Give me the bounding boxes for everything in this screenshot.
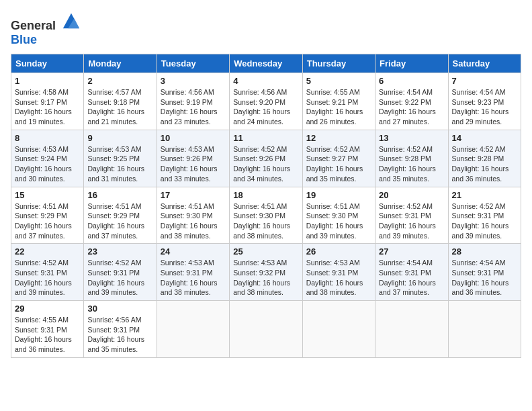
day-number: 23: [87, 246, 152, 257]
day-info: Sunrise: 4:51 AMSunset: 9:30 PMDaylight:…: [161, 201, 226, 241]
day-info: Sunrise: 4:52 AMSunset: 9:28 PMDaylight:…: [452, 144, 517, 184]
calendar-cell: 6Sunrise: 4:54 AMSunset: 9:22 PMDaylight…: [375, 73, 448, 130]
calendar-cell: 4Sunrise: 4:56 AMSunset: 9:20 PMDaylight…: [230, 73, 302, 130]
day-number: 15: [15, 190, 80, 200]
logo-icon: [62, 11, 81, 30]
day-info: Sunrise: 4:54 AMSunset: 9:31 PMDaylight:…: [452, 258, 517, 298]
day-number: 10: [161, 133, 226, 143]
day-header-wednesday: Wednesday: [230, 54, 302, 73]
calendar-cell: 5Sunrise: 4:55 AMSunset: 9:21 PMDaylight…: [302, 73, 375, 130]
day-info: Sunrise: 4:52 AMSunset: 9:31 PMDaylight:…: [452, 201, 517, 241]
logo-blue: Blue: [11, 33, 37, 46]
day-info: Sunrise: 4:54 AMSunset: 9:23 PMDaylight:…: [452, 87, 517, 127]
day-number: 8: [15, 133, 80, 143]
day-number: 1: [15, 76, 80, 86]
calendar-cell: [302, 301, 375, 358]
day-number: 24: [161, 246, 226, 257]
day-number: 6: [379, 76, 444, 86]
header: General Blue: [11, 11, 521, 47]
day-number: 2: [87, 76, 152, 86]
calendar-cell: 29Sunrise: 4:55 AMSunset: 9:31 PMDayligh…: [11, 301, 84, 358]
calendar-cell: 14Sunrise: 4:52 AMSunset: 9:28 PMDayligh…: [448, 130, 521, 187]
calendar-cell: 26Sunrise: 4:53 AMSunset: 9:31 PMDayligh…: [302, 244, 375, 301]
calendar-cell: 9Sunrise: 4:53 AMSunset: 9:25 PMDaylight…: [84, 130, 157, 187]
calendar-cell: [157, 301, 229, 358]
day-info: Sunrise: 4:51 AMSunset: 9:29 PMDaylight:…: [15, 201, 80, 241]
day-number: 20: [379, 190, 444, 200]
day-info: Sunrise: 4:53 AMSunset: 9:25 PMDaylight:…: [87, 144, 152, 184]
calendar-week-row: 15Sunrise: 4:51 AMSunset: 9:29 PMDayligh…: [11, 187, 521, 244]
day-info: Sunrise: 4:51 AMSunset: 9:29 PMDaylight:…: [87, 201, 152, 241]
calendar-week-row: 29Sunrise: 4:55 AMSunset: 9:31 PMDayligh…: [11, 301, 521, 358]
calendar-cell: 13Sunrise: 4:52 AMSunset: 9:28 PMDayligh…: [375, 130, 448, 187]
day-number: 9: [87, 133, 152, 143]
calendar-cell: 28Sunrise: 4:54 AMSunset: 9:31 PMDayligh…: [448, 244, 521, 301]
calendar-cell: [230, 301, 302, 358]
calendar-cell: [375, 301, 448, 358]
day-number: 27: [379, 246, 444, 257]
calendar-cell: 7Sunrise: 4:54 AMSunset: 9:23 PMDaylight…: [448, 73, 521, 130]
calendar-cell: 19Sunrise: 4:51 AMSunset: 9:30 PMDayligh…: [302, 187, 375, 244]
day-info: Sunrise: 4:52 AMSunset: 9:31 PMDaylight:…: [379, 201, 444, 241]
day-info: Sunrise: 4:52 AMSunset: 9:28 PMDaylight:…: [379, 144, 444, 184]
calendar-week-row: 22Sunrise: 4:52 AMSunset: 9:31 PMDayligh…: [11, 244, 521, 301]
logo: General Blue: [11, 11, 81, 47]
day-info: Sunrise: 4:57 AMSunset: 9:18 PMDaylight:…: [87, 87, 152, 127]
calendar-cell: 12Sunrise: 4:52 AMSunset: 9:27 PMDayligh…: [302, 130, 375, 187]
day-number: 12: [306, 133, 371, 143]
calendar-week-row: 8Sunrise: 4:53 AMSunset: 9:24 PMDaylight…: [11, 130, 521, 187]
day-number: 29: [15, 304, 80, 314]
calendar-cell: 25Sunrise: 4:53 AMSunset: 9:32 PMDayligh…: [230, 244, 302, 301]
calendar-cell: 3Sunrise: 4:56 AMSunset: 9:19 PMDaylight…: [157, 73, 229, 130]
day-number: 25: [233, 246, 298, 257]
day-info: Sunrise: 4:56 AMSunset: 9:31 PMDaylight:…: [87, 315, 152, 355]
day-header-tuesday: Tuesday: [157, 54, 229, 73]
calendar-cell: 23Sunrise: 4:52 AMSunset: 9:31 PMDayligh…: [84, 244, 157, 301]
calendar-week-row: 1Sunrise: 4:58 AMSunset: 9:17 PMDaylight…: [11, 73, 521, 130]
day-number: 19: [306, 190, 371, 200]
day-number: 17: [161, 190, 226, 200]
day-info: Sunrise: 4:55 AMSunset: 9:21 PMDaylight:…: [306, 87, 371, 127]
day-info: Sunrise: 4:54 AMSunset: 9:31 PMDaylight:…: [379, 258, 444, 298]
day-info: Sunrise: 4:52 AMSunset: 9:26 PMDaylight:…: [233, 144, 298, 184]
calendar-cell: 10Sunrise: 4:53 AMSunset: 9:26 PMDayligh…: [157, 130, 229, 187]
day-header-sunday: Sunday: [11, 54, 84, 73]
day-info: Sunrise: 4:53 AMSunset: 9:31 PMDaylight:…: [161, 258, 226, 298]
calendar-header-row: SundayMondayTuesdayWednesdayThursdayFrid…: [11, 54, 521, 73]
day-number: 21: [452, 190, 517, 200]
calendar-cell: 15Sunrise: 4:51 AMSunset: 9:29 PMDayligh…: [11, 187, 84, 244]
calendar-cell: 11Sunrise: 4:52 AMSunset: 9:26 PMDayligh…: [230, 130, 302, 187]
day-number: 3: [161, 76, 226, 86]
day-info: Sunrise: 4:53 AMSunset: 9:32 PMDaylight:…: [233, 258, 298, 298]
day-number: 4: [233, 76, 298, 86]
calendar-cell: 8Sunrise: 4:53 AMSunset: 9:24 PMDaylight…: [11, 130, 84, 187]
calendar-cell: 16Sunrise: 4:51 AMSunset: 9:29 PMDayligh…: [84, 187, 157, 244]
logo-general: General: [11, 19, 56, 32]
calendar-cell: [448, 301, 521, 358]
day-header-saturday: Saturday: [448, 54, 521, 73]
calendar-table: SundayMondayTuesdayWednesdayThursdayFrid…: [11, 54, 521, 358]
calendar-cell: 1Sunrise: 4:58 AMSunset: 9:17 PMDaylight…: [11, 73, 84, 130]
calendar-cell: 24Sunrise: 4:53 AMSunset: 9:31 PMDayligh…: [157, 244, 229, 301]
day-header-thursday: Thursday: [302, 54, 375, 73]
day-number: 16: [87, 190, 152, 200]
day-info: Sunrise: 4:53 AMSunset: 9:24 PMDaylight:…: [15, 144, 80, 184]
day-info: Sunrise: 4:51 AMSunset: 9:30 PMDaylight:…: [233, 201, 298, 241]
day-header-friday: Friday: [375, 54, 448, 73]
day-info: Sunrise: 4:53 AMSunset: 9:26 PMDaylight:…: [161, 144, 226, 184]
day-info: Sunrise: 4:55 AMSunset: 9:31 PMDaylight:…: [15, 315, 80, 355]
calendar-cell: 27Sunrise: 4:54 AMSunset: 9:31 PMDayligh…: [375, 244, 448, 301]
day-info: Sunrise: 4:56 AMSunset: 9:20 PMDaylight:…: [233, 87, 298, 127]
day-info: Sunrise: 4:52 AMSunset: 9:31 PMDaylight:…: [15, 258, 80, 298]
day-number: 14: [452, 133, 517, 143]
calendar-cell: 30Sunrise: 4:56 AMSunset: 9:31 PMDayligh…: [84, 301, 157, 358]
calendar-body: 1Sunrise: 4:58 AMSunset: 9:17 PMDaylight…: [11, 73, 521, 358]
day-info: Sunrise: 4:53 AMSunset: 9:31 PMDaylight:…: [306, 258, 371, 298]
calendar-cell: 20Sunrise: 4:52 AMSunset: 9:31 PMDayligh…: [375, 187, 448, 244]
day-info: Sunrise: 4:52 AMSunset: 9:31 PMDaylight:…: [87, 258, 152, 298]
day-info: Sunrise: 4:51 AMSunset: 9:30 PMDaylight:…: [306, 201, 371, 241]
day-number: 7: [452, 76, 517, 86]
calendar-cell: 21Sunrise: 4:52 AMSunset: 9:31 PMDayligh…: [448, 187, 521, 244]
calendar-cell: 18Sunrise: 4:51 AMSunset: 9:30 PMDayligh…: [230, 187, 302, 244]
day-info: Sunrise: 4:52 AMSunset: 9:27 PMDaylight:…: [306, 144, 371, 184]
